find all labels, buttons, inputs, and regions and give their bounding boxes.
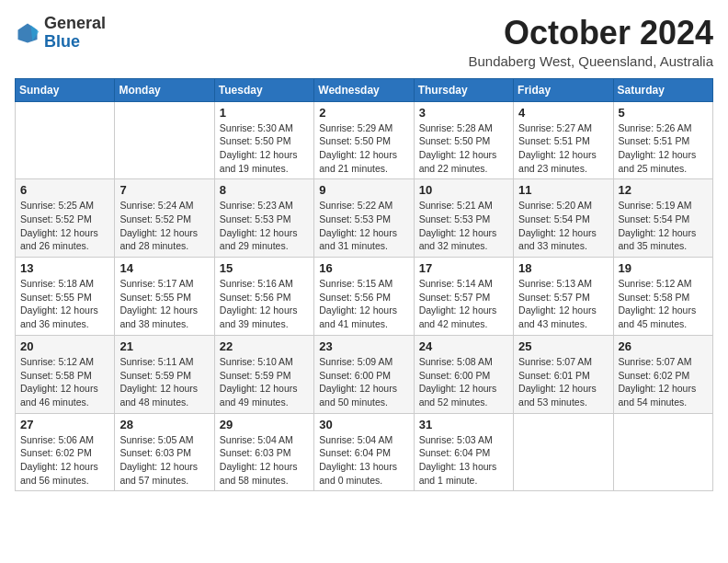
calendar-cell <box>16 101 115 179</box>
day-number: 27 <box>20 418 109 431</box>
logo: General Blue <box>15 15 106 52</box>
calendar-cell: 27 Sunrise: 5:06 AMSunset: 6:02 PMDaylig… <box>16 413 115 491</box>
day-number: 14 <box>119 261 209 275</box>
title-block: October 2024 Bundaberg West, Queensland,… <box>468 15 713 69</box>
calendar-cell: 18 Sunrise: 5:13 AMSunset: 5:57 PMDaylig… <box>514 258 613 336</box>
calendar-cell: 7 Sunrise: 5:24 AMSunset: 5:52 PMDayligh… <box>115 179 214 258</box>
day-info: Sunrise: 5:03 AMSunset: 6:04 PMDaylight:… <box>419 433 508 488</box>
day-number: 5 <box>619 106 708 120</box>
day-info: Sunrise: 5:22 AMSunset: 5:53 PMDaylight:… <box>319 199 408 253</box>
day-info: Sunrise: 5:27 AMSunset: 5:51 PMDaylight:… <box>518 121 608 176</box>
calendar-cell: 2 Sunrise: 5:29 AMSunset: 5:50 PMDayligh… <box>314 101 414 179</box>
calendar-cell: 1 Sunrise: 5:30 AMSunset: 5:50 PMDayligh… <box>214 101 313 179</box>
page-header: General Blue October 2024 Bundaberg West… <box>15 15 713 69</box>
day-number: 1 <box>220 106 309 120</box>
day-number: 13 <box>20 261 109 275</box>
day-number: 23 <box>319 339 408 353</box>
day-info: Sunrise: 5:25 AMSunset: 5:52 PMDaylight:… <box>20 199 109 253</box>
calendar: SundayMondayTuesdayWednesdayThursdayFrid… <box>15 78 713 492</box>
calendar-cell: 8 Sunrise: 5:23 AMSunset: 5:53 PMDayligh… <box>214 179 313 258</box>
calendar-cell: 17 Sunrise: 5:14 AMSunset: 5:57 PMDaylig… <box>414 258 513 336</box>
day-number: 21 <box>119 339 209 353</box>
day-info: Sunrise: 5:24 AMSunset: 5:52 PMDaylight:… <box>119 199 209 253</box>
calendar-cell: 15 Sunrise: 5:16 AMSunset: 5:56 PMDaylig… <box>214 258 313 336</box>
calendar-week: 1 Sunrise: 5:30 AMSunset: 5:50 PMDayligh… <box>16 101 713 179</box>
calendar-cell: 20 Sunrise: 5:12 AMSunset: 5:58 PMDaylig… <box>16 335 115 413</box>
day-info: Sunrise: 5:09 AMSunset: 6:00 PMDaylight:… <box>319 355 408 409</box>
calendar-cell: 12 Sunrise: 5:19 AMSunset: 5:54 PMDaylig… <box>613 179 712 258</box>
weekday-header: Sunday <box>16 78 115 101</box>
day-number: 6 <box>20 183 109 197</box>
day-info: Sunrise: 5:11 AMSunset: 5:59 PMDaylight:… <box>119 355 209 409</box>
day-info: Sunrise: 5:26 AMSunset: 5:51 PMDaylight:… <box>619 121 708 176</box>
day-info: Sunrise: 5:21 AMSunset: 5:53 PMDaylight:… <box>419 199 508 253</box>
day-number: 20 <box>20 339 109 353</box>
calendar-cell: 9 Sunrise: 5:22 AMSunset: 5:53 PMDayligh… <box>314 179 414 258</box>
weekday-header: Tuesday <box>214 78 313 101</box>
day-number: 4 <box>518 106 608 120</box>
calendar-cell: 31 Sunrise: 5:03 AMSunset: 6:04 PMDaylig… <box>414 413 513 491</box>
day-info: Sunrise: 5:15 AMSunset: 5:56 PMDaylight:… <box>319 277 408 331</box>
day-number: 28 <box>119 418 209 431</box>
day-info: Sunrise: 5:14 AMSunset: 5:57 PMDaylight:… <box>419 277 508 331</box>
day-info: Sunrise: 5:06 AMSunset: 6:02 PMDaylight:… <box>20 433 109 488</box>
day-number: 17 <box>419 261 508 275</box>
day-number: 11 <box>518 183 608 197</box>
calendar-cell <box>613 413 712 491</box>
calendar-cell: 11 Sunrise: 5:20 AMSunset: 5:54 PMDaylig… <box>514 179 613 258</box>
logo-icon <box>15 20 40 46</box>
calendar-week: 27 Sunrise: 5:06 AMSunset: 6:02 PMDaylig… <box>16 413 713 491</box>
logo-blue-text: Blue <box>44 32 80 51</box>
month-title: October 2024 <box>468 15 713 52</box>
day-number: 30 <box>319 418 408 431</box>
day-number: 7 <box>119 183 209 197</box>
calendar-cell: 10 Sunrise: 5:21 AMSunset: 5:53 PMDaylig… <box>414 179 513 258</box>
day-number: 25 <box>518 339 608 353</box>
day-number: 9 <box>319 183 408 197</box>
calendar-cell: 14 Sunrise: 5:17 AMSunset: 5:55 PMDaylig… <box>115 258 214 336</box>
calendar-cell: 21 Sunrise: 5:11 AMSunset: 5:59 PMDaylig… <box>115 335 214 413</box>
day-number: 22 <box>220 339 309 353</box>
day-info: Sunrise: 5:28 AMSunset: 5:50 PMDaylight:… <box>419 121 508 176</box>
calendar-week: 13 Sunrise: 5:18 AMSunset: 5:55 PMDaylig… <box>16 258 713 336</box>
weekday-header: Saturday <box>613 78 712 101</box>
day-info: Sunrise: 5:08 AMSunset: 6:00 PMDaylight:… <box>419 355 508 409</box>
day-number: 3 <box>419 106 508 120</box>
calendar-cell: 13 Sunrise: 5:18 AMSunset: 5:55 PMDaylig… <box>16 258 115 336</box>
calendar-cell: 4 Sunrise: 5:27 AMSunset: 5:51 PMDayligh… <box>514 101 613 179</box>
day-info: Sunrise: 5:18 AMSunset: 5:55 PMDaylight:… <box>20 277 109 331</box>
day-number: 31 <box>419 418 508 431</box>
day-info: Sunrise: 5:04 AMSunset: 6:03 PMDaylight:… <box>220 433 309 488</box>
weekday-header-row: SundayMondayTuesdayWednesdayThursdayFrid… <box>16 78 713 101</box>
calendar-cell: 3 Sunrise: 5:28 AMSunset: 5:50 PMDayligh… <box>414 101 513 179</box>
day-info: Sunrise: 5:16 AMSunset: 5:56 PMDaylight:… <box>220 277 309 331</box>
day-number: 19 <box>619 261 708 275</box>
calendar-cell <box>115 101 214 179</box>
weekday-header: Monday <box>115 78 214 101</box>
location: Bundaberg West, Queensland, Australia <box>468 53 713 69</box>
day-info: Sunrise: 5:07 AMSunset: 6:01 PMDaylight:… <box>518 355 608 409</box>
day-info: Sunrise: 5:07 AMSunset: 6:02 PMDaylight:… <box>619 355 708 409</box>
day-info: Sunrise: 5:13 AMSunset: 5:57 PMDaylight:… <box>518 277 608 331</box>
calendar-cell: 25 Sunrise: 5:07 AMSunset: 6:01 PMDaylig… <box>514 335 613 413</box>
day-info: Sunrise: 5:20 AMSunset: 5:54 PMDaylight:… <box>518 199 608 253</box>
day-info: Sunrise: 5:04 AMSunset: 6:04 PMDaylight:… <box>319 433 408 488</box>
day-info: Sunrise: 5:12 AMSunset: 5:58 PMDaylight:… <box>619 277 708 331</box>
day-number: 10 <box>419 183 508 197</box>
weekday-header: Wednesday <box>314 78 414 101</box>
calendar-cell: 19 Sunrise: 5:12 AMSunset: 5:58 PMDaylig… <box>613 258 712 336</box>
day-info: Sunrise: 5:17 AMSunset: 5:55 PMDaylight:… <box>119 277 209 331</box>
calendar-cell: 16 Sunrise: 5:15 AMSunset: 5:56 PMDaylig… <box>314 258 414 336</box>
day-number: 8 <box>220 183 309 197</box>
day-number: 24 <box>419 339 508 353</box>
calendar-cell: 5 Sunrise: 5:26 AMSunset: 5:51 PMDayligh… <box>613 101 712 179</box>
calendar-cell: 28 Sunrise: 5:05 AMSunset: 6:03 PMDaylig… <box>115 413 214 491</box>
day-info: Sunrise: 5:23 AMSunset: 5:53 PMDaylight:… <box>220 199 309 253</box>
calendar-cell: 24 Sunrise: 5:08 AMSunset: 6:00 PMDaylig… <box>414 335 513 413</box>
day-info: Sunrise: 5:29 AMSunset: 5:50 PMDaylight:… <box>319 121 408 176</box>
day-number: 15 <box>220 261 309 275</box>
calendar-cell: 30 Sunrise: 5:04 AMSunset: 6:04 PMDaylig… <box>314 413 414 491</box>
logo-general-text: General <box>44 14 106 32</box>
day-number: 18 <box>518 261 608 275</box>
day-number: 16 <box>319 261 408 275</box>
